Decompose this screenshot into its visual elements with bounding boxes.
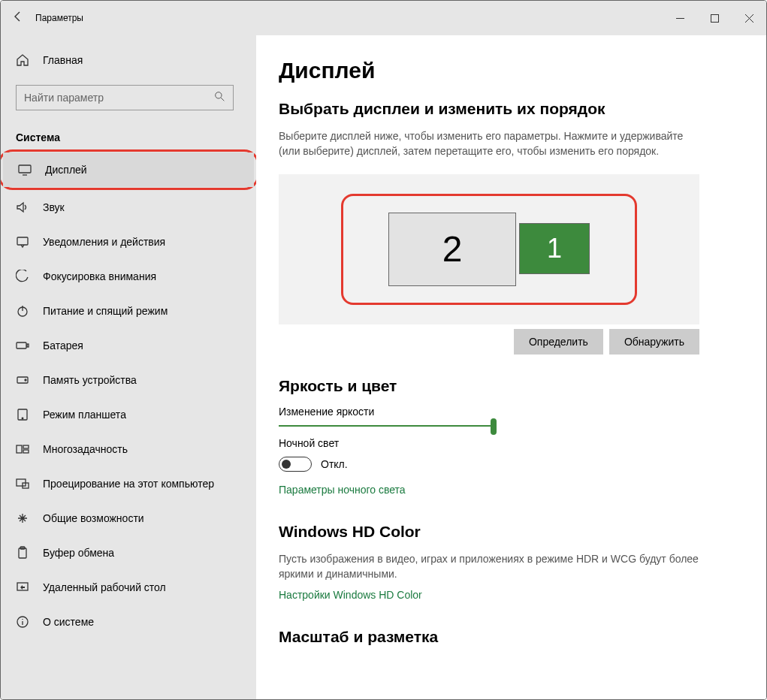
nav-home[interactable]: Главная — [1, 46, 256, 74]
nav-label: Режим планшета — [43, 409, 126, 421]
arrange-heading: Выбрать дисплеи и изменить их порядок — [279, 100, 699, 118]
detect-button[interactable]: Обнаружить — [609, 329, 699, 355]
sidebar-category: Система — [1, 115, 256, 149]
titlebar: Параметры — [1, 1, 766, 35]
brightness-heading: Яркость и цвет — [279, 377, 699, 395]
display-icon — [18, 163, 32, 177]
nav-label: Дисплей — [45, 164, 87, 176]
scale-heading: Масштаб и разметка — [279, 628, 699, 646]
nav-label: Многозадачность — [43, 443, 128, 455]
hdcolor-description: Пусть изображения в видео, играх и прило… — [279, 551, 699, 582]
nav-notifications[interactable]: Уведомления и действия — [1, 225, 256, 259]
nav-remote[interactable]: Удаленный рабочий стол — [1, 570, 256, 605]
nav-label: Буфер обмена — [43, 547, 114, 559]
svg-rect-3 — [17, 237, 28, 245]
svg-rect-11 — [17, 445, 22, 453]
nav-label: Звук — [43, 201, 65, 213]
storage-icon — [16, 373, 29, 387]
svg-rect-12 — [23, 445, 29, 448]
nav-storage[interactable]: Память устройства — [1, 363, 256, 397]
shared-icon — [16, 511, 29, 525]
svg-rect-5 — [17, 342, 26, 348]
window-title: Параметры — [35, 13, 83, 23]
focus-icon — [16, 270, 29, 283]
nav-label: Проецирование на этот компьютер — [43, 478, 214, 490]
nav-project[interactable]: Проецирование на этот компьютер — [1, 466, 256, 501]
nav-label: Память устройства — [43, 374, 137, 386]
nav-power[interactable]: Питание и спящий режим — [1, 294, 256, 328]
about-icon — [16, 615, 29, 629]
nav-label: Удаленный рабочий стол — [43, 581, 166, 593]
nav-label: Питание и спящий режим — [43, 305, 168, 317]
minimize-button[interactable] — [663, 1, 697, 35]
notification-icon — [16, 235, 29, 249]
nav-multitask[interactable]: Многозадачность — [1, 432, 256, 466]
svg-point-8 — [25, 379, 26, 381]
brightness-slider[interactable] — [279, 425, 497, 427]
project-icon — [16, 477, 29, 490]
back-button[interactable] — [1, 11, 35, 26]
night-light-toggle[interactable] — [279, 457, 312, 472]
remote-icon — [16, 581, 29, 594]
slider-thumb[interactable] — [491, 418, 497, 435]
sidebar: Главная Система Дисплей Звук — [1, 35, 256, 699]
night-light-state: Откл. — [321, 458, 348, 470]
svg-point-10 — [22, 418, 23, 419]
content: Дисплей Выбрать дисплеи и изменить их по… — [256, 35, 766, 699]
home-icon — [16, 53, 29, 67]
nav-tablet[interactable]: Режим планшета — [1, 397, 256, 432]
svg-rect-13 — [23, 450, 29, 453]
night-light-label: Ночной свет — [279, 437, 699, 449]
clipboard-icon — [16, 546, 29, 560]
search-box[interactable] — [16, 85, 234, 110]
nav-display[interactable]: Дисплей — [3, 152, 254, 187]
monitor-arrange-area[interactable]: 2 1 — [279, 174, 699, 324]
nav-about[interactable]: О системе — [1, 605, 256, 639]
monitor-2[interactable]: 2 — [388, 213, 516, 286]
svg-rect-6 — [27, 344, 29, 347]
nav-label: Общие возможности — [43, 512, 144, 524]
close-button[interactable] — [732, 1, 766, 35]
multitask-icon — [16, 442, 29, 456]
hdcolor-link[interactable]: Настройки Windows HD Color — [279, 589, 422, 601]
svg-rect-16 — [19, 548, 26, 558]
nav-label: Фокусировка внимания — [43, 270, 156, 282]
nav-sound[interactable]: Звук — [1, 190, 256, 225]
nav-home-label: Главная — [43, 54, 83, 66]
power-icon — [16, 304, 29, 318]
arrange-description: Выберите дисплей ниже, чтобы изменить ег… — [279, 128, 699, 159]
highlight-display: Дисплей — [1, 149, 256, 190]
night-light-settings-link[interactable]: Параметры ночного света — [279, 484, 406, 496]
svg-rect-0 — [711, 14, 718, 22]
svg-rect-2 — [19, 165, 31, 173]
identify-button[interactable]: Определить — [514, 329, 603, 355]
maximize-button[interactable] — [697, 1, 732, 35]
nav-focus[interactable]: Фокусировка внимания — [1, 259, 256, 294]
nav-clipboard[interactable]: Буфер обмена — [1, 536, 256, 570]
nav-label: Батарея — [43, 339, 83, 352]
monitor-1[interactable]: 1 — [519, 223, 590, 274]
brightness-slider-label: Изменение яркости — [279, 406, 699, 418]
search-icon — [214, 91, 225, 104]
search-input[interactable] — [24, 92, 214, 104]
highlight-monitors: 2 1 — [341, 194, 637, 305]
nav-label: О системе — [43, 616, 94, 628]
nav-battery[interactable]: Батарея — [1, 328, 256, 363]
nav-shared[interactable]: Общие возможности — [1, 501, 256, 536]
page-title: Дисплей — [279, 58, 699, 83]
hdcolor-heading: Windows HD Color — [279, 523, 699, 541]
battery-icon — [16, 339, 29, 352]
svg-point-1 — [216, 92, 222, 98]
sound-icon — [16, 201, 29, 214]
nav-label: Уведомления и действия — [43, 236, 165, 248]
tablet-icon — [16, 408, 29, 421]
